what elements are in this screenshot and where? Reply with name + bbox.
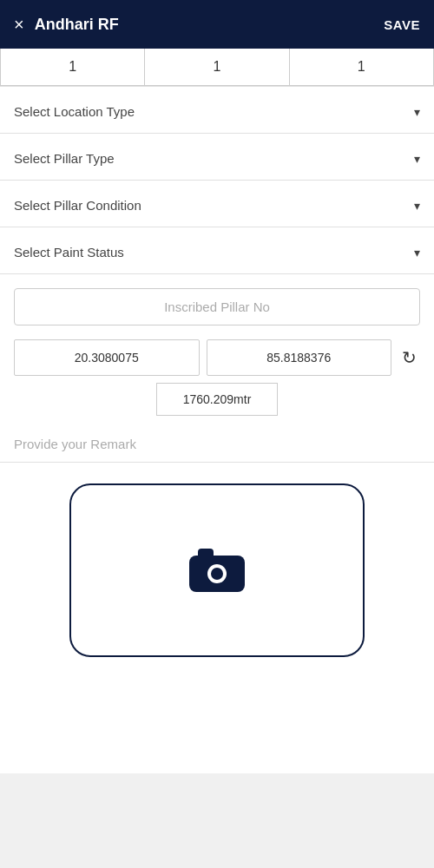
camera-button[interactable]	[69, 483, 365, 657]
pillar-condition-label: Select Pillar Condition	[14, 198, 141, 213]
pillar-condition-dropdown[interactable]: Select Pillar Condition ▾	[0, 181, 434, 227]
save-button[interactable]: SAVE	[384, 17, 420, 32]
camera-section	[0, 463, 434, 678]
page-title: Andhari RF	[35, 16, 119, 34]
close-icon[interactable]: ×	[14, 15, 24, 35]
number-cell-1: 1	[0, 49, 144, 86]
elevation-container	[14, 383, 420, 416]
chevron-down-icon: ▾	[414, 105, 420, 119]
camera-icon	[189, 549, 245, 592]
remark-row	[0, 423, 434, 463]
number-cell-2: 1	[144, 49, 288, 86]
refresh-icon: ↻	[402, 347, 417, 368]
inscribed-pillar-input[interactable]	[14, 288, 420, 326]
coordinates-row: ↻	[0, 339, 434, 376]
chevron-down-icon: ▾	[414, 246, 420, 260]
pillar-type-label: Select Pillar Type	[14, 151, 115, 166]
main-content: 1 1 1 Select Location Type ▾ Select Pill…	[0, 49, 434, 773]
app-header: × Andhari RF SAVE	[0, 0, 434, 49]
number-row: 1 1 1	[0, 49, 434, 87]
pillar-type-dropdown[interactable]: Select Pillar Type ▾	[0, 134, 434, 181]
paint-status-dropdown[interactable]: Select Paint Status ▾	[0, 227, 434, 274]
location-type-label: Select Location Type	[14, 104, 135, 119]
chevron-down-icon: ▾	[414, 199, 420, 213]
bottom-area	[0, 773, 434, 869]
number-cell-3: 1	[289, 49, 434, 86]
refresh-location-button[interactable]: ↻	[398, 344, 420, 372]
remark-input[interactable]	[14, 430, 420, 458]
longitude-input[interactable]	[207, 339, 392, 376]
chevron-down-icon: ▾	[414, 152, 420, 166]
location-type-dropdown[interactable]: Select Location Type ▾	[0, 87, 434, 134]
latitude-input[interactable]	[14, 339, 200, 376]
elevation-input[interactable]	[156, 383, 278, 416]
header-left: × Andhari RF	[14, 15, 119, 35]
paint-status-label: Select Paint Status	[14, 245, 124, 260]
